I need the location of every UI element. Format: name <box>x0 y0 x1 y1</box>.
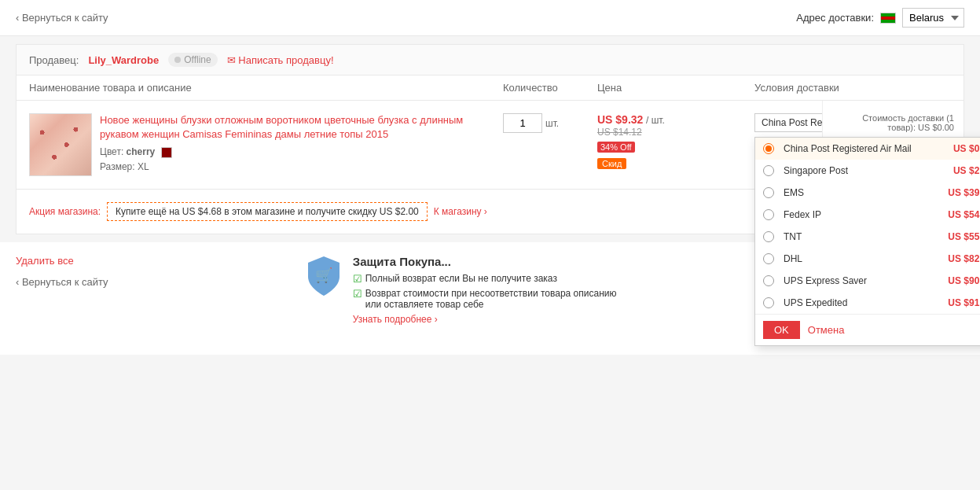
col-shipping: Условия доставки <box>754 82 951 94</box>
product-image-bg <box>30 114 91 175</box>
delivery-address-section: Адрес доставки: Belarus <box>796 8 964 28</box>
shipping-option-5[interactable]: DHL US $82.62 4-8 дн. <box>755 248 980 270</box>
shipping-option-0[interactable]: China Post Registered Air Mail US $0.00 … <box>755 138 980 160</box>
col-price: Цена <box>597 82 754 94</box>
shipping-option-6[interactable]: UPS Express Saver US $90.40 4-8 дн. <box>755 270 980 292</box>
shipping-option-4[interactable]: TNT US $55.43 4-8 дн. <box>755 226 980 248</box>
product-name[interactable]: Новое женщины блузки отложным воротником… <box>100 113 503 142</box>
color-swatch-icon <box>161 147 172 158</box>
option-price-6: US $90.40 <box>930 275 980 286</box>
back-link-top[interactable]: ‹ Вернуться к сайту <box>16 12 108 24</box>
option-price-5: US $82.62 <box>930 253 980 264</box>
discount-badge: 34% Off <box>597 142 635 153</box>
shipping-summary-line: Стоимость доставки (1 товар): US $0.00 <box>832 113 954 132</box>
promo-label: Акция магазина: <box>29 206 101 217</box>
protection-item-2: ☑ Возврат стоимости при несоответствии т… <box>353 288 618 310</box>
option-price-0: US $0.00 <box>930 143 980 154</box>
message-seller-button[interactable]: ✉ Написать продавцу! <box>227 54 334 66</box>
option-name-1: Singapore Post <box>784 165 925 176</box>
product-color: Цвет: cherry <box>100 146 503 158</box>
seller-label: Продавец: <box>29 54 79 66</box>
top-navigation: ‹ Вернуться к сайту Адрес доставки: Bela… <box>0 0 980 36</box>
quantity-input[interactable] <box>503 113 542 133</box>
product-info: Новое женщины блузки отложным воротником… <box>29 113 503 176</box>
protection-content: Защита Покупа... ☑ Полный возврат если В… <box>353 255 618 325</box>
price-cell: US $9.32 / шт. US $14.12 34% Off Скид <box>597 113 754 169</box>
radio-icon-3 <box>763 209 774 220</box>
back-link-bottom[interactable]: ‹ Вернуться к сайту <box>16 276 108 288</box>
option-name-4: TNT <box>784 231 925 242</box>
protection-box: 🛒 Защита Покупа... ☑ Полный возврат если… <box>304 255 618 325</box>
product-image <box>29 113 92 176</box>
shop-link[interactable]: К магазину › <box>434 206 487 217</box>
table-header: Наименование товара и описание Количеств… <box>17 76 963 101</box>
ok-button[interactable]: OK <box>763 321 800 339</box>
option-price-1: US $2.09 <box>930 165 980 176</box>
cart-container: Продавец: Lily_Wardrobe Offline ✉ Написа… <box>16 44 964 234</box>
product-details: Новое женщины блузки отложным воротником… <box>100 113 503 176</box>
checkmark-icon-1: ☑ <box>353 273 362 285</box>
radio-icon-0 <box>763 143 774 154</box>
option-price-4: US $55.43 <box>930 231 980 242</box>
shipping-options-list: China Post Registered Air Mail US $0.00 … <box>755 138 980 314</box>
seller-bar: Продавец: Lily_Wardrobe Offline ✉ Написа… <box>17 45 963 76</box>
shipping-option-3[interactable]: Fedex IP US $54.39 4-8 дн. <box>755 204 980 226</box>
country-flag-icon <box>880 13 896 24</box>
radio-icon-5 <box>763 253 774 264</box>
per-unit-label: / шт. <box>646 115 665 126</box>
delete-all-link[interactable]: Удалить все <box>16 255 108 267</box>
offline-dot-icon <box>174 57 181 63</box>
radio-icon-4 <box>763 231 774 242</box>
shipping-option-1[interactable]: Singapore Post US $2.09 15-60 дн. <box>755 160 980 182</box>
radio-icon-1 <box>763 165 774 176</box>
option-name-7: UPS Expedited <box>784 297 925 308</box>
delivery-label: Адрес доставки: <box>796 12 874 24</box>
checkmark-icon-2: ☑ <box>353 288 362 300</box>
promo-text-box: Купите ещё на US $4.68 в этом магазине и… <box>107 202 428 221</box>
shipping-option-2[interactable]: EMS US $39.24 7-20 дн. <box>755 182 980 204</box>
cancel-link[interactable]: Отмена <box>808 324 845 336</box>
sale-badge: Скид <box>597 158 626 169</box>
current-price: US $9.32 <box>597 113 643 126</box>
option-price-2: US $39.24 <box>930 187 980 198</box>
radio-icon-2 <box>763 187 774 198</box>
shipping-dropdown: China Post Registered Air Mail US $0.00 … <box>754 137 980 346</box>
option-name-2: EMS <box>784 187 925 198</box>
shipping-option-7[interactable]: UPS Expedited US $91.59 4-8 дн. <box>755 292 980 314</box>
option-price-3: US $54.39 <box>930 209 980 220</box>
option-name-0: China Post Registered Air Mail <box>784 143 925 154</box>
col-product: Наименование товара и описание <box>29 82 503 94</box>
qty-unit-label: шт. <box>545 118 559 129</box>
product-size: Размер: XL <box>100 161 503 172</box>
option-name-6: UPS Express Saver <box>784 275 925 286</box>
learn-more-link[interactable]: Узнать подробнее › <box>353 314 438 325</box>
svg-text:🛒: 🛒 <box>315 267 333 284</box>
product-image-pattern <box>30 114 91 175</box>
protection-title: Защита Покупа... <box>353 255 618 268</box>
radio-icon-7 <box>763 297 774 308</box>
quantity-cell: шт. <box>503 113 597 133</box>
option-price-7: US $91.59 <box>930 297 980 308</box>
promo-text: Купите ещё на US $4.68 в этом магазине и… <box>116 206 419 217</box>
option-name-3: Fedex IP <box>784 209 925 220</box>
shield-icon: 🛒 <box>304 255 343 298</box>
protection-item-1: ☑ Полный возврат если Вы не получите зак… <box>353 273 618 285</box>
original-price: US $14.12 <box>597 127 642 138</box>
option-name-5: DHL <box>784 253 925 264</box>
radio-icon-6 <box>763 275 774 286</box>
seller-status-badge: Offline <box>168 53 217 67</box>
country-select[interactable]: Belarus <box>902 8 964 28</box>
dropdown-actions: OK Отмена <box>755 314 980 345</box>
seller-name: Lily_Wardrobe <box>88 54 159 66</box>
col-quantity: Количество <box>503 82 597 94</box>
